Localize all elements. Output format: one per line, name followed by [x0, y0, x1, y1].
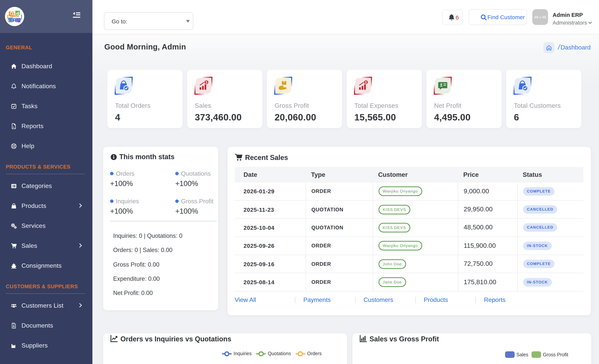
svg-text:$: $	[365, 80, 367, 84]
svg-text:ERP: ERP	[9, 17, 19, 23]
svg-text:$: $	[206, 80, 207, 84]
